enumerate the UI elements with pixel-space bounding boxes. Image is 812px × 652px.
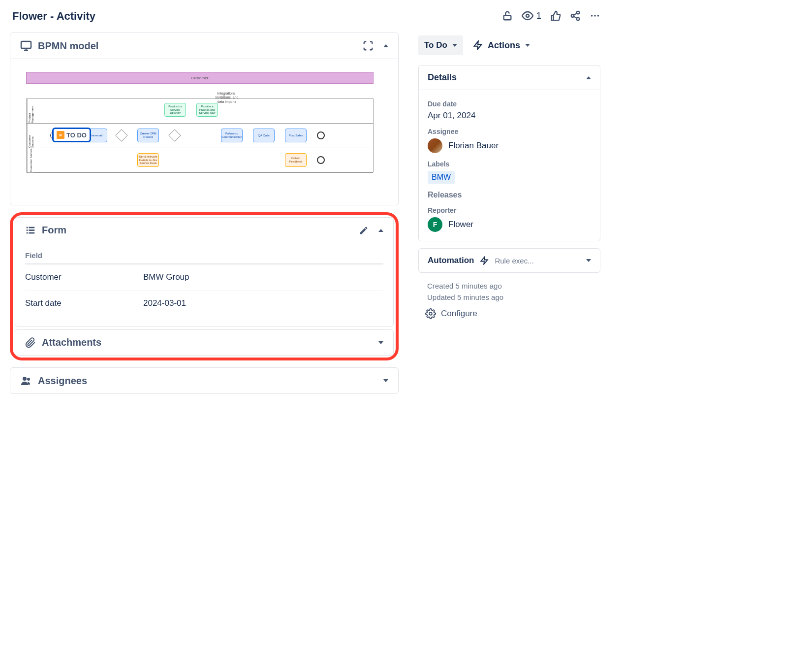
automation-panel[interactable]: Automation Rule exec... (418, 248, 600, 273)
assignees-panel: Assignees (10, 367, 399, 394)
assignee-label: Assignee (428, 128, 591, 135)
chevron-down-icon (525, 44, 530, 47)
watch-count: 1 (536, 11, 541, 21)
form-row: Start date 2024-03-01 (25, 291, 383, 316)
list-icon (25, 225, 36, 236)
attachment-icon (25, 337, 36, 348)
assignees-title: Assignees (38, 375, 377, 387)
svg-rect-6 (29, 229, 34, 231)
svg-point-9 (23, 377, 27, 381)
due-date-label: Due date (428, 100, 591, 108)
svg-rect-0 (21, 41, 31, 48)
updated-meta: Updated 5 minutes ago (418, 293, 600, 301)
svg-point-19 (594, 15, 596, 17)
reporter-field[interactable]: Reporter F Flower (428, 206, 591, 232)
details-body: Due date Apr 01, 2024 Assignee Florian B… (419, 90, 600, 241)
bpmn-task-delivery: Product or Service Delivery (164, 103, 186, 117)
users-icon (20, 375, 32, 387)
attachments-title: Attachments (42, 337, 373, 348)
svg-rect-5 (27, 229, 28, 231)
bpmn-customer-lane: Customer (26, 72, 374, 84)
configure-link[interactable]: Configure (418, 308, 600, 319)
svg-rect-4 (29, 227, 34, 228)
bpmn-task-followup: Follow-up Communication (221, 129, 243, 142)
bpmn-status-badge[interactable]: = TO DO (52, 128, 91, 142)
svg-line-17 (574, 13, 577, 15)
releases-field[interactable]: Releases (428, 191, 591, 199)
details-header[interactable]: Details (419, 65, 600, 90)
assignee-field[interactable]: Assignee Florian Bauer (428, 128, 591, 153)
svg-rect-8 (29, 232, 34, 233)
bpmn-panel-header[interactable]: BPMN model (10, 33, 398, 59)
svg-marker-22 (481, 257, 488, 264)
details-panel: Details Due date Apr 01, 2024 Assignee F… (418, 65, 600, 241)
bpmn-gateway (168, 129, 181, 141)
bpmn-task-crm: Create CRM Record (137, 129, 159, 142)
chevron-down-icon[interactable] (378, 341, 383, 344)
assignee-avatar (428, 138, 442, 153)
configure-label: Configure (441, 309, 477, 319)
page-title: Flower - Activity (10, 10, 399, 23)
bpmn-lane-label: Customer Success (28, 124, 33, 148)
status-label: To Do (424, 40, 447, 50)
chevron-down-icon[interactable] (383, 379, 388, 382)
lock-icon[interactable] (502, 10, 513, 21)
form-panel-header[interactable]: Form (15, 218, 393, 243)
form-row: Customer BMW Group (25, 264, 383, 291)
chevron-up-icon[interactable] (383, 44, 388, 47)
attachments-panel-header[interactable]: Attachments (15, 330, 393, 355)
bpmn-task-qa: QA Calls (253, 129, 275, 142)
created-meta: Created 5 minutes ago (418, 282, 600, 290)
form-value: 2024-03-01 (143, 298, 186, 308)
highlight-box: Form Field Customer BMW Group (10, 212, 399, 360)
bpmn-gateway (115, 129, 127, 141)
labels-field[interactable]: Labels BMW (428, 160, 591, 184)
bpmn-diagram[interactable]: Customer Integrations, invitations, and … (20, 67, 388, 195)
bpmn-lane-label: Product Management (28, 99, 33, 123)
bpmn-lane-label: Customer Service (28, 148, 33, 172)
form-key: Start date (25, 298, 143, 308)
bpmn-end-event (317, 156, 325, 164)
svg-point-15 (577, 18, 580, 20)
assignees-panel-header[interactable]: Assignees (10, 368, 398, 393)
gear-icon (425, 308, 436, 319)
lightning-icon (473, 40, 483, 50)
assignee-name: Florian Bauer (448, 141, 499, 151)
automation-subtitle: Rule exec... (495, 257, 580, 265)
svg-point-18 (591, 15, 593, 17)
top-actions: 1 (418, 10, 600, 22)
form-value: BMW Group (143, 272, 189, 282)
fullscreen-icon[interactable] (363, 40, 374, 51)
more-icon[interactable] (590, 10, 600, 21)
svg-line-16 (574, 16, 577, 18)
bpmn-panel: BPMN model Customer Integrations, invita… (10, 33, 399, 205)
lightning-icon (480, 256, 489, 265)
actions-label: Actions (488, 40, 520, 51)
label-tag[interactable]: BMW (428, 171, 455, 184)
due-date-field[interactable]: Due date Apr 01, 2024 (428, 100, 591, 121)
svg-point-23 (429, 312, 432, 315)
watch-button[interactable]: 1 (522, 10, 541, 22)
releases-label: Releases (428, 191, 591, 199)
like-icon[interactable] (550, 10, 561, 21)
form-key: Customer (25, 272, 143, 282)
svg-point-10 (27, 378, 30, 381)
status-row: To Do Actions (418, 35, 600, 55)
task-icon: = (57, 131, 64, 139)
due-date-value: Apr 01, 2024 (428, 111, 591, 121)
status-dropdown[interactable]: To Do (418, 35, 463, 55)
edit-icon[interactable] (359, 226, 369, 235)
svg-rect-7 (27, 232, 28, 233)
bpmn-task-post: Post Sales (285, 129, 307, 142)
bpmn-panel-body: Customer Integrations, invitations, and … (10, 59, 398, 205)
chevron-up-icon[interactable] (378, 229, 383, 232)
svg-point-20 (597, 15, 599, 17)
reporter-name: Flower (448, 220, 473, 229)
chevron-down-icon (452, 44, 457, 47)
bpmn-task-feedback: Collect Feedback (285, 153, 307, 167)
form-table-header: Field (25, 251, 383, 264)
share-icon[interactable] (570, 10, 581, 21)
bpmn-task-tour: Provide a Product and Service Tour (196, 103, 218, 117)
form-panel-title: Form (42, 225, 353, 236)
actions-dropdown[interactable]: Actions (473, 40, 530, 51)
